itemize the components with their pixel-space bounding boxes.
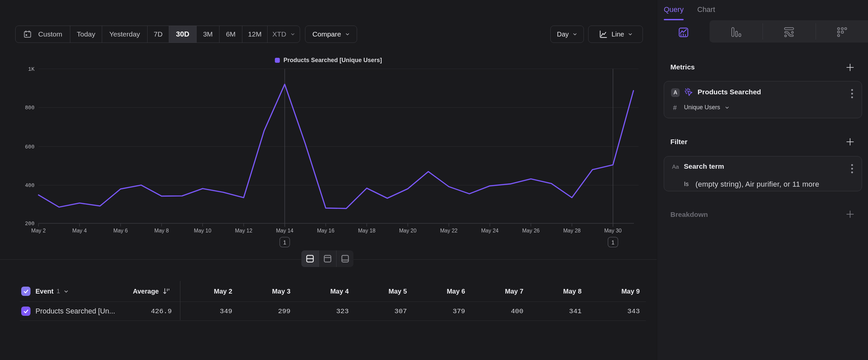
svg-text:1: 1 [283, 240, 286, 246]
svg-text:May 26: May 26 [522, 228, 540, 233]
svg-text:May 18: May 18 [358, 228, 376, 233]
svg-text:May 28: May 28 [563, 228, 581, 233]
svg-text:200: 200 [25, 221, 34, 227]
svg-text:May 4: May 4 [72, 228, 87, 233]
svg-text:May 6: May 6 [114, 228, 128, 233]
svg-text:May 16: May 16 [317, 228, 335, 233]
svg-text:May 24: May 24 [481, 228, 499, 233]
svg-text:May 20: May 20 [399, 228, 417, 233]
svg-text:May 8: May 8 [155, 228, 169, 233]
svg-text:400: 400 [25, 183, 34, 189]
svg-text:May 2: May 2 [31, 228, 46, 233]
svg-text:May 10: May 10 [194, 228, 212, 233]
svg-text:600: 600 [25, 144, 34, 150]
svg-text:1: 1 [611, 240, 614, 246]
svg-text:May 22: May 22 [440, 228, 458, 233]
svg-text:1K: 1K [28, 66, 35, 73]
svg-text:May 30: May 30 [604, 228, 622, 233]
svg-text:800: 800 [25, 105, 34, 111]
svg-text:May 12: May 12 [235, 228, 253, 233]
svg-text:May 14: May 14 [276, 228, 293, 233]
